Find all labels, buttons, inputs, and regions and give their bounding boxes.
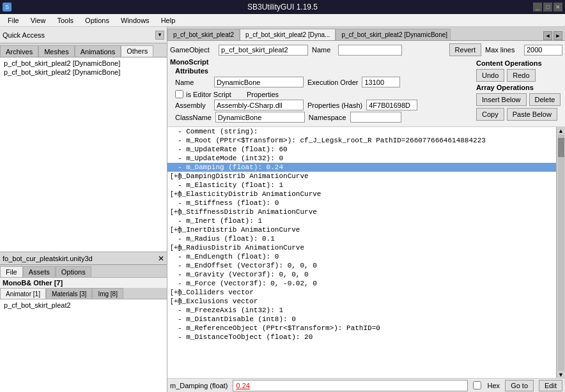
menu-view[interactable]: View	[26, 15, 51, 26]
status-field-value[interactable]	[233, 380, 467, 391]
name-input[interactable]	[338, 45, 402, 56]
attributes-label: Attributes	[170, 67, 474, 75]
tab-scroll-left[interactable]: ◄	[543, 31, 552, 40]
tree-item[interactable]: [+]m_Colliders vector	[167, 288, 556, 297]
menu-tools[interactable]: Tools	[52, 15, 79, 26]
exec-order-input[interactable]	[362, 77, 400, 87]
scrollbar[interactable]: ▲ ▼	[556, 127, 565, 378]
array-ops-label: Array Operations	[476, 84, 562, 91]
tree-item[interactable]: - m_Damping (float): 0.24	[167, 163, 556, 172]
assembly-input[interactable]	[214, 100, 304, 110]
left-panel: Quick Access ▼ Archives Meshes Animation…	[0, 27, 167, 392]
tab-right-1[interactable]: p_cf_bot_skirt_pleat2 [Dyna...	[240, 29, 336, 40]
tree-item[interactable]: - m_DistantDisable (int8): 0	[167, 315, 556, 324]
tree-item[interactable]: - m_UpdateRate (float): 60	[167, 145, 556, 154]
revert-button[interactable]: Revert	[449, 43, 481, 56]
tree-item[interactable]: [+]m_RadiusDistrib AnimationCurve	[167, 243, 556, 252]
bottom-status: m_Damping (float) Hex Go to Edit	[167, 378, 565, 392]
right-tabs: p_cf_bot_skirt_pleat2 p_cf_bot_skirt_ple…	[167, 27, 565, 41]
window-controls: _ □ ✕	[533, 3, 562, 11]
bottom-left-panel: fo_bot_cur_pleatskirt.unity3d ✕ File Ass…	[0, 252, 167, 392]
tree-item[interactable]: [+]m_StiffnessDistrib AnimationCurve	[167, 207, 556, 216]
hex-checkbox[interactable]	[473, 381, 481, 389]
tab-meshes[interactable]: Meshes	[38, 45, 75, 57]
tab-animator[interactable]: Animator [1]	[0, 288, 46, 299]
name-field-label: Name	[175, 79, 210, 86]
tab-options[interactable]: Options	[56, 266, 91, 277]
tab-controls: ◄ ►	[543, 31, 565, 40]
tab-animations[interactable]: Animations	[75, 45, 121, 57]
tab-right-0[interactable]: p_cf_bot_skirt_pleat2	[167, 29, 240, 40]
max-lines-input[interactable]	[524, 45, 562, 56]
insert-below-button[interactable]: Insert Below	[476, 93, 527, 106]
tab-assets[interactable]: Assets	[23, 266, 56, 277]
menu-windows[interactable]: Windows	[116, 15, 155, 26]
quick-access-dropdown[interactable]: ▼	[155, 31, 164, 40]
status-field-label: m_Damping (float)	[170, 382, 228, 389]
close-button[interactable]: ✕	[553, 3, 562, 11]
tree-item[interactable]: - m_FreezeAxis (int32): 1	[167, 306, 556, 315]
tab-close-icon[interactable]: ✕	[450, 31, 451, 38]
left-tree-area: p_cf_bot_skirt_pleat2 [DynamicBone] p_cf…	[0, 57, 167, 252]
namespace-input[interactable]	[350, 112, 401, 123]
tree-item[interactable]: - m_UpdateMode (int32): 0	[167, 154, 556, 163]
tab-materials[interactable]: Materials [3]	[46, 288, 92, 299]
tree-item[interactable]: - m_Radius (float): 0.1	[167, 234, 556, 243]
undo-button[interactable]: Undo	[476, 69, 504, 82]
tree-item[interactable]: [+]m_ElasticityDistrib AnimationCurve	[167, 190, 556, 199]
tab-scroll-right[interactable]: ►	[553, 31, 562, 40]
tree-item[interactable]: - m_Gravity (Vector3f): 0, 0, 0	[167, 270, 556, 279]
property-tree: - Comment (string): - m_Root (PPtr<$Tran…	[167, 127, 556, 378]
tree-item[interactable]: - m_DistanceToObject (float): 20	[167, 333, 556, 342]
menu-options[interactable]: Options	[80, 15, 114, 26]
editor-script-checkbox[interactable]	[175, 90, 183, 98]
menu-file[interactable]: File	[3, 15, 24, 26]
bottom-left-tabs: File Assets Options	[0, 265, 167, 278]
tree-item[interactable]: [+]m_DampingDistrib AnimationCurve	[167, 172, 556, 181]
name-field-input[interactable]	[214, 77, 304, 87]
main-layout: Quick Access ▼ Archives Meshes Animation…	[0, 27, 565, 392]
tree-item[interactable]: - m_Root (PPtr<$Transform>): cf_J_Legsk_…	[167, 136, 556, 145]
tree-item[interactable]: - m_ReferenceObject (PPtr<$Transform>): …	[167, 324, 556, 333]
tree-item[interactable]: [+]m_Exclusions vector	[167, 297, 556, 306]
menu-help[interactable]: Help	[156, 15, 181, 26]
scroll-up[interactable]: ▲	[558, 128, 564, 134]
list-item[interactable]: p_cf_bot_skirt_pleat2 [DynamicBone]	[1, 59, 166, 68]
edit-button[interactable]: Edit	[539, 380, 562, 391]
list-item[interactable]: p_cf_bot_skirt_pleat2 [DynamicBone]	[1, 68, 166, 77]
props-hash-input[interactable]	[366, 100, 417, 110]
quick-access-label: Quick Access	[3, 31, 153, 39]
classname-input[interactable]	[215, 112, 305, 123]
bottom-left-close[interactable]: ✕	[158, 254, 164, 263]
tree-item[interactable]: - m_Stiffness (float): 0	[167, 199, 556, 207]
max-lines-label: Max lines	[485, 46, 520, 54]
delete-button[interactable]: Delete	[529, 93, 561, 106]
scroll-thumb[interactable]	[558, 138, 564, 157]
tree-item[interactable]: [+]m_InertDistrib AnimationCurve	[167, 225, 556, 234]
tab-others[interactable]: Others	[121, 45, 153, 57]
maximize-button[interactable]: □	[543, 3, 552, 11]
tree-item[interactable]: - m_Elasticity (float): 1	[167, 181, 556, 190]
minimize-button[interactable]: _	[533, 3, 542, 11]
tab-right-2[interactable]: p_cf_bot_skirt_pleat2 [DynamicBone] ✕	[336, 29, 451, 40]
right-content: GameObject Name Revert Max lines MonoScr…	[167, 41, 565, 392]
tab-img[interactable]: Img [8]	[92, 288, 123, 299]
paste-below-button[interactable]: Paste Below	[507, 108, 557, 121]
tree-item[interactable]: - m_EndOffset (Vector3f): 0, 0, 0	[167, 261, 556, 270]
tree-item[interactable]: - Comment (string):	[167, 127, 556, 136]
tree-item[interactable]: - m_EndLength (float): 0	[167, 252, 556, 261]
redo-button[interactable]: Redo	[507, 69, 535, 82]
title-bar: S SB3UtilityGUI 1.19.5 _ □ ✕	[0, 0, 565, 14]
tab-archives[interactable]: Archives	[0, 45, 38, 57]
list-item[interactable]: p_cf_bot_skirt_pleat2	[1, 301, 166, 310]
copy-button[interactable]: Copy	[476, 108, 504, 121]
scroll-down[interactable]: ▼	[558, 372, 564, 378]
tree-item[interactable]: - m_Inert (float): 1	[167, 216, 556, 225]
editor-script-row: is Editor Script Properties	[170, 89, 474, 100]
goto-button[interactable]: Go to	[505, 380, 534, 391]
tab-file[interactable]: File	[0, 266, 23, 277]
gameobject-input[interactable]	[219, 45, 308, 56]
tree-item[interactable]: - m_Force (Vector3f): 0, -0.02, 0	[167, 279, 556, 288]
bottom-left-title-bar: fo_bot_cur_pleatskirt.unity3d ✕	[0, 252, 167, 265]
scroll-track[interactable]	[558, 135, 564, 371]
